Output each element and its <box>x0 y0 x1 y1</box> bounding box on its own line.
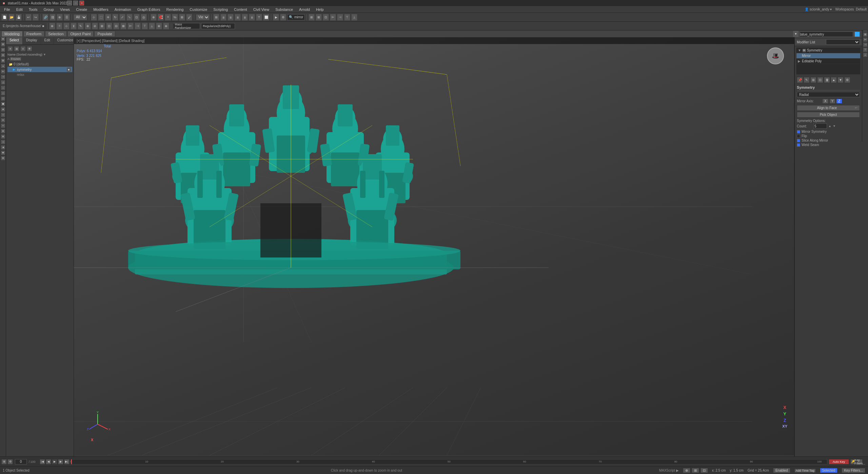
rotate-btn[interactable]: ↻ <box>112 14 118 21</box>
config-btn[interactable]: ⚙ <box>844 77 850 83</box>
move-btn[interactable]: ✛ <box>105 14 111 21</box>
align2-btn[interactable]: ⫼ <box>228 14 234 21</box>
count-input[interactable] <box>813 123 827 129</box>
extra-t2-7[interactable]: ⊤ <box>142 23 148 29</box>
populate-tab[interactable]: Populate <box>94 31 115 37</box>
addtime-btn[interactable]: Add Time Tag <box>794 469 816 473</box>
left-icon-16[interactable]: ☆ <box>1 112 5 117</box>
left-icon-4[interactable]: ⊡ <box>1 47 5 52</box>
modeling-tab[interactable]: Modeling <box>1 31 23 37</box>
menu-views[interactable]: Views <box>57 7 73 12</box>
left-icon-22[interactable]: ◈ <box>1 145 5 150</box>
tab-display[interactable]: Display <box>23 37 41 44</box>
menu-arnold[interactable]: Arnold <box>296 7 313 12</box>
spinner-snap-btn[interactable]: ⊞ <box>179 14 185 21</box>
se-expand-btn[interactable]: ⊞ <box>14 46 19 51</box>
menu-edit[interactable]: Edit <box>14 7 25 12</box>
time-config-btn[interactable]: ⚙ <box>7 459 13 465</box>
tab-edit[interactable]: Edit <box>41 37 54 44</box>
modifier-list-dropdown[interactable] <box>826 39 860 45</box>
freeform-tab[interactable]: Freeform <box>23 31 45 37</box>
edit-btn[interactable]: ✎ <box>804 77 810 83</box>
mod-mirror[interactable]: Mirror <box>796 53 860 59</box>
left-icon-24[interactable]: ✜ <box>1 156 5 161</box>
extra6-btn[interactable]: ⊤ <box>344 14 350 21</box>
extra-t2-1[interactable]: ⊞ <box>99 23 105 29</box>
link-btn[interactable]: 🔗 <box>42 14 48 21</box>
viewport[interactable]: X [+] [Perspective] [Standard] [Default … <box>74 37 794 455</box>
snap3d-btn[interactable]: ⊕ <box>49 23 55 29</box>
axis-x-btn[interactable]: X <box>822 99 829 104</box>
play-btn[interactable]: ▶ <box>52 459 57 465</box>
left-icon-15[interactable]: ★ <box>1 107 5 112</box>
scale3-btn[interactable]: ⊡ <box>134 14 140 21</box>
key-mode-btn[interactable]: ⊞ <box>1 459 7 465</box>
visibility-icon[interactable]: 👁 <box>803 49 806 52</box>
mass-randomizer-btn[interactable]: Mass Randomizer <box>173 23 200 29</box>
extra2-btn[interactable]: ⊠ <box>316 14 322 21</box>
unlink-btn[interactable]: ⛓ <box>50 14 56 21</box>
fri-7[interactable]: ⊢ <box>863 37 868 42</box>
prev-key-btn[interactable]: |◀ <box>40 459 45 465</box>
extra-t2-2[interactable]: ⊡ <box>106 23 112 29</box>
left-icon-2[interactable]: ⊗ <box>1 37 5 41</box>
select-filter-btn[interactable]: ☰ <box>64 14 70 21</box>
mirror-btn[interactable]: ⊞ <box>213 14 219 21</box>
extra7-btn[interactable]: ⊥ <box>351 14 357 21</box>
left-icon-5[interactable]: ⊟ <box>1 53 5 58</box>
menu-content[interactable]: Content <box>231 7 250 12</box>
view-dropdown[interactable]: View <box>196 14 210 20</box>
se-filter-btn[interactable]: ≡ <box>20 46 26 51</box>
left-icon-13[interactable]: ⬡ <box>1 96 5 101</box>
slice-checkbox[interactable] <box>797 139 800 142</box>
selection-tab[interactable]: Selection <box>45 31 66 37</box>
fri-10[interactable]: ⊥ <box>863 53 868 57</box>
snap-status-btn[interactable]: ⊕ <box>683 468 690 473</box>
undo-btn[interactable]: ↩ <box>25 14 32 21</box>
auto-key-btn[interactable]: Auto Key <box>829 459 849 465</box>
edit-named-btn[interactable]: ✎ <box>78 23 84 29</box>
flip-checkbox[interactable] <box>797 135 800 138</box>
enabled-btn[interactable]: Enabled <box>773 468 790 473</box>
selected-status[interactable]: Selected <box>820 468 838 473</box>
left-icon-8[interactable]: ⊢ <box>1 69 5 74</box>
extra-t2-9[interactable]: ⊗ <box>156 23 162 29</box>
se-symmetry-item[interactable]: ▶ symmetry ■ <box>7 67 72 72</box>
align-face-btn[interactable]: Align to Face ↩ <box>797 105 860 111</box>
prev-frame-btn[interactable]: ◀ <box>46 459 51 465</box>
scale-btn[interactable]: ⤢ <box>119 14 125 21</box>
extra-t2-8[interactable]: ⊥ <box>149 23 155 29</box>
workspaces-label[interactable]: Workspaces <box>835 7 854 11</box>
remove-btn[interactable]: 🗑 <box>824 77 830 83</box>
left-icon-7[interactable]: ≡ <box>1 64 5 68</box>
align4-btn[interactable]: ⫼ <box>242 14 248 21</box>
mod-editpoly[interactable]: ▶ Editable Poly <box>796 59 860 64</box>
percsnap-btn[interactable]: ⊹ <box>63 23 70 29</box>
bind-btn[interactable]: ⊕ <box>57 14 63 21</box>
quick-render-btn[interactable]: ▶ <box>273 14 279 21</box>
mirror-sym-checkbox[interactable] <box>797 130 800 133</box>
left-icon-19[interactable]: ⊕ <box>1 129 5 133</box>
pick-object-btn[interactable]: Pick Object <box>797 112 860 118</box>
extra-t2-3[interactable]: ⊟ <box>113 23 119 29</box>
scale2-btn[interactable]: ⤡ <box>126 14 133 21</box>
compass-widget[interactable]: 🎩 <box>767 47 784 64</box>
named-sel-btn[interactable]: T <box>256 14 262 21</box>
mod-symmetry[interactable]: ▼ 👁 Symmetry <box>796 48 860 53</box>
move-up-btn[interactable]: ▲ <box>831 77 837 83</box>
minimize-button[interactable]: ─ <box>67 1 72 5</box>
reference-btn[interactable]: ◎ <box>141 14 147 21</box>
left-icon-3[interactable]: ⊞ <box>1 42 5 47</box>
left-icon-9[interactable]: ⊣ <box>1 75 5 79</box>
menu-tools[interactable]: Tools <box>26 7 40 12</box>
menu-scripting[interactable]: Scripting <box>211 7 231 12</box>
align3-btn[interactable]: ⫼ <box>235 14 241 21</box>
unique-btn[interactable]: ⊡ <box>817 77 823 83</box>
frame-input[interactable] <box>15 459 27 465</box>
open-file-btn[interactable]: 📂 <box>8 14 15 21</box>
cap-btn[interactable]: ⬜ <box>263 14 269 21</box>
angle-snap-btn[interactable]: ⌖ <box>165 14 171 21</box>
extra-t2-5[interactable]: ⊢ <box>127 23 134 29</box>
select-btn[interactable]: ⊹ <box>91 14 97 21</box>
extra5-btn[interactable]: ⊣ <box>337 14 343 21</box>
